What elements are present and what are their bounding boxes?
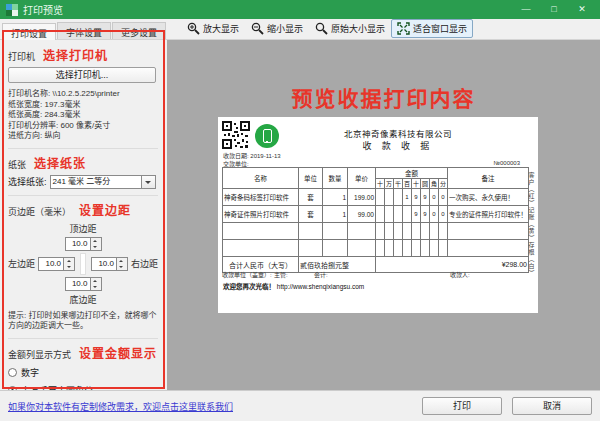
paper-annotation: 选择纸张	[34, 154, 86, 171]
original-size-button[interactable]: 原始大小显示	[309, 19, 391, 38]
receipt-number: №000003	[494, 160, 520, 166]
window-titlebar: 打印预览 — □ ✕	[0, 0, 600, 19]
receipt-title: 收 款 收 据	[278, 139, 518, 152]
col-header-name: 名称	[223, 168, 299, 189]
col-header-unit: 单位	[299, 168, 323, 189]
spinner-arrows-icon[interactable]	[64, 257, 75, 271]
cell-digit	[376, 189, 385, 206]
zoom-in-button[interactable]: 放大显示	[181, 19, 245, 38]
zoom-out-button[interactable]: 缩小显示	[245, 19, 309, 38]
cancel-button[interactable]: 取消	[512, 397, 592, 415]
cell-name: 神奇条码标签打印软件	[223, 189, 299, 206]
paper-width-line: 纸张宽度: 197.3毫米	[8, 100, 158, 111]
cell-digit	[394, 189, 403, 206]
table-row-empty	[223, 240, 529, 257]
top-margin-value[interactable]: 10.0	[65, 237, 91, 251]
printer-group-label: 打印机	[8, 50, 35, 63]
margins-annotation: 设置边距	[79, 201, 131, 218]
radio-icon[interactable]	[8, 368, 17, 377]
print-settings-panel: 打印机 选择打印机 选择打印机... 打印机名称: \\10.2.5.225\p…	[0, 40, 167, 390]
radio-numeric-label: 数字	[21, 366, 39, 379]
spinner-arrows-icon[interactable]	[91, 277, 102, 291]
close-button[interactable]: ✕	[568, 0, 596, 19]
left-margin-label: 左边距	[8, 257, 35, 270]
cell-name: 神奇证件照片打印软件	[223, 206, 299, 223]
receipt-table: 名称 单位 数量 单价 金额 备注 十 万 千 百 十 圆 角 分	[222, 167, 529, 273]
col-header-amount: 金额	[376, 168, 448, 179]
cell-qty: 1	[323, 206, 348, 223]
select-printer-button[interactable]: 选择打印机...	[8, 67, 156, 83]
cell-digit	[385, 206, 394, 223]
cell-digit: 0	[430, 206, 439, 223]
zoom-in-icon	[187, 22, 200, 35]
zoom-in-label: 放大显示	[203, 22, 239, 35]
digit-header: 百	[403, 179, 412, 189]
cell-digit: 9	[421, 206, 430, 223]
thanks-text: 欢迎您再次光临！	[223, 283, 275, 290]
cell-digit	[403, 206, 412, 223]
receipt-company: 北京神奇像素科技有限公司	[278, 127, 518, 139]
contact-us-link[interactable]: 如果你对本软件有定制修改需求，欢迎点击这里联系我们	[8, 400, 233, 413]
spinner-arrows-icon[interactable]	[117, 257, 128, 271]
minimize-button[interactable]: —	[512, 0, 540, 19]
original-size-icon	[315, 22, 328, 35]
radio-option-numeric[interactable]: 数字	[8, 366, 158, 379]
left-margin-spinner[interactable]: 10.0	[38, 257, 75, 271]
phone-icon	[255, 124, 279, 148]
tab-print-settings[interactable]: 打印设置	[2, 23, 56, 40]
qr-code-icon	[222, 121, 250, 149]
top-band: 打印设置 字体设置 更多设置 放大显示 缩小显示 原始大小显示 适合窗口显示	[0, 19, 600, 40]
table-row: 神奇条码标签打印软件 套 1 199.00 1 9 9 0 0 一次购买、永久使…	[223, 189, 529, 206]
print-button[interactable]: 打印	[422, 397, 502, 415]
window-title: 打印预览	[23, 2, 63, 17]
printer-name-line: 打印机名称: \\10.2.5.225\printer	[8, 89, 158, 100]
right-margin-spinner[interactable]: 10.0	[91, 257, 128, 271]
bottom-margin-spinner[interactable]: 10.0	[65, 277, 102, 291]
cell-digit: 9	[421, 189, 430, 206]
amount-display-annotation: 设置金额显示	[79, 344, 157, 361]
feed-direction-line: 进纸方向: 纵向	[8, 131, 158, 142]
cell-price: 99.00	[348, 206, 376, 223]
fit-window-label: 适合窗口显示	[413, 22, 467, 35]
top-margin-label: 顶边距	[69, 222, 96, 235]
printer-resolution-line: 打印机分辨率: 600 像素/英寸	[8, 121, 158, 132]
amount-display-group-label: 金额列显示方式	[8, 348, 71, 361]
footer-supervisor: 主管:	[274, 270, 288, 279]
bottom-margin-value[interactable]: 10.0	[65, 277, 91, 291]
paper-select[interactable]: 241 毫米 二等分	[50, 175, 156, 189]
divider	[8, 195, 158, 196]
margins-group-label: 页边距（毫米）	[8, 205, 71, 218]
paper-select-label: 选择纸张:	[8, 175, 47, 188]
dropdown-arrow-icon[interactable]	[142, 175, 156, 189]
margin-hint: 提示: 打印时如果哪边打印不全，就将哪个方向的边距调大一些。	[8, 311, 158, 332]
digit-header: 分	[439, 179, 448, 189]
cell-digit	[394, 206, 403, 223]
spinner-arrows-icon[interactable]	[91, 237, 102, 251]
cell-unit: 套	[299, 206, 323, 223]
zoom-out-icon	[251, 22, 264, 35]
right-margin-label: 右边距	[131, 257, 158, 270]
cell-digit	[385, 189, 394, 206]
zoom-out-label: 缩小显示	[267, 22, 303, 35]
cell-digit: 0	[430, 189, 439, 206]
cell-remark: 一次购买、永久使用！	[448, 189, 529, 206]
paper-select-value[interactable]: 241 毫米 二等分	[50, 175, 142, 189]
fit-window-button[interactable]: 适合窗口显示	[391, 19, 473, 38]
maximize-button[interactable]: □	[540, 0, 568, 19]
cell-digit	[376, 206, 385, 223]
page-diagram	[80, 253, 86, 275]
digit-header: 角	[430, 179, 439, 189]
tab-font-settings[interactable]: 字体设置	[57, 22, 111, 39]
footer-cashier: 收款人:	[450, 270, 470, 279]
divider	[8, 148, 158, 149]
cell-qty: 1	[323, 189, 348, 206]
right-margin-value[interactable]: 10.0	[91, 257, 117, 271]
preview-area: 预览收据打印内容 北京神奇像素科技有限公司 收 款 收 据	[167, 40, 600, 390]
receipt-preview: 北京神奇像素科技有限公司 收 款 收 据 收款日期: 2019-11-13 交款…	[218, 117, 538, 313]
receipt-url: http://www.shenqixiangsu.com	[277, 283, 364, 290]
printer-annotation: 选择打印机	[43, 46, 108, 63]
tab-more-settings[interactable]: 更多设置	[112, 22, 166, 39]
digit-header: 十	[376, 179, 385, 189]
top-margin-spinner[interactable]: 10.0	[65, 237, 102, 251]
left-margin-value[interactable]: 10.0	[38, 257, 64, 271]
